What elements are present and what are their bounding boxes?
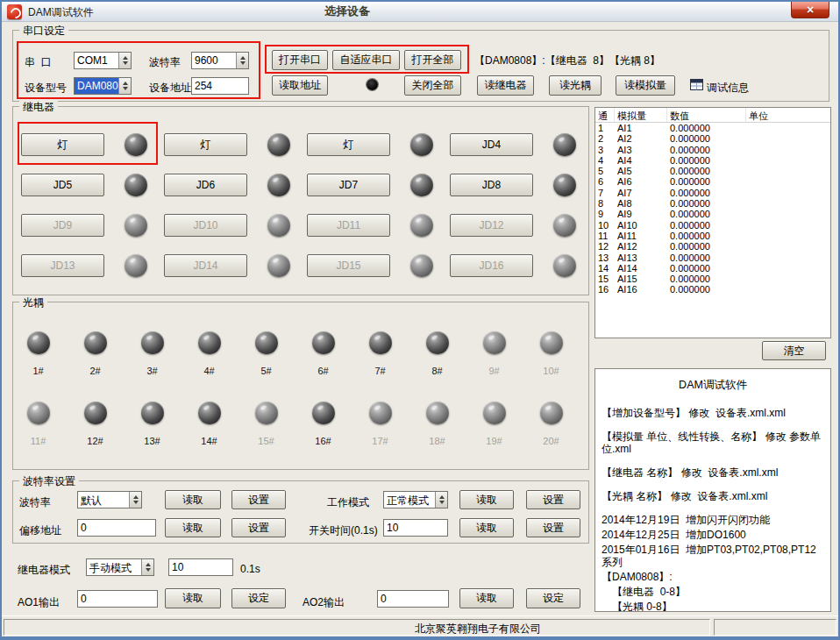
relay-button[interactable]: JD12	[450, 214, 533, 237]
ao2-set-button[interactable]: 设定	[526, 588, 580, 608]
relay-indicator-knob	[553, 133, 576, 156]
info-panel-title: DAM调试软件	[602, 378, 824, 393]
spinner-arrows-icon[interactable]	[236, 53, 248, 68]
relay-mode-time-input[interactable]	[168, 558, 233, 576]
spinner-arrows-icon[interactable]	[118, 53, 131, 68]
spinner-arrows-icon[interactable]	[435, 492, 447, 508]
analog-table-row[interactable]: 1 AI1 0.000000	[595, 123, 830, 133]
baud-read-button[interactable]: 读取	[165, 490, 221, 509]
cell-unit	[746, 252, 830, 263]
read-opto-button[interactable]: 读光耦	[549, 75, 602, 96]
relay-cell: 灯	[164, 133, 307, 174]
relay-mode-select[interactable]: 手动模式	[86, 558, 154, 576]
col-header-channel[interactable]: 通	[595, 108, 615, 122]
read-relay-button[interactable]: 读继电器	[477, 75, 534, 96]
analog-table-row[interactable]: 2 AI2 0.000000	[595, 133, 830, 144]
read-analog-button[interactable]: 读模拟量	[616, 75, 675, 96]
cell-analog-name: AI7	[615, 188, 667, 198]
analog-table-row[interactable]: 6 AI6 0.000000	[595, 176, 830, 187]
open-serial-button[interactable]: 打开串口	[272, 50, 328, 70]
relay-button[interactable]: JD11	[307, 214, 390, 237]
ao1-output-input[interactable]	[77, 590, 158, 608]
spinner-arrows-icon[interactable]	[129, 492, 141, 508]
opto-channel-label: 1#	[32, 366, 43, 376]
analog-table-row[interactable]: 7 AI7 0.000000	[595, 188, 830, 198]
work-mode-read-button[interactable]: 读取	[459, 490, 514, 509]
switch-time-set-button[interactable]: 设置	[526, 518, 580, 537]
opto-cell: 20#	[523, 402, 580, 446]
info-line-text: 【光耦 0-8】	[602, 601, 673, 612]
open-all-button[interactable]: 打开全部	[404, 50, 461, 70]
com-port-select[interactable]: COM1	[74, 52, 132, 69]
opto-cell: 18#	[409, 402, 466, 446]
switch-time-read-button[interactable]: 读取	[459, 518, 514, 537]
analog-table-row[interactable]: 15 AI15 0.000000	[595, 274, 830, 284]
analog-table-row[interactable]: 13 AI13 0.000000	[595, 252, 830, 263]
serial-port-label: 串 口	[25, 55, 52, 70]
switch-time-input[interactable]	[383, 519, 448, 537]
relay-button[interactable]: JD15	[307, 254, 390, 277]
relay-button[interactable]: 灯	[164, 133, 247, 156]
analog-table-row[interactable]: 14 AI14 0.000000	[595, 263, 830, 274]
device-address-input[interactable]	[191, 77, 249, 95]
offset-read-button[interactable]: 读取	[165, 518, 221, 537]
ao2-output-input[interactable]	[377, 590, 449, 608]
adaptive-serial-button[interactable]: 自适应串口	[332, 50, 400, 70]
analog-table-row[interactable]: 11 AI11 0.000000	[595, 231, 830, 241]
info-line-text: 【继电器 0-8】	[602, 586, 686, 598]
info-line: 【增加设备型号】 修改 设备表.xml.xml	[602, 407, 824, 419]
baud-set-button[interactable]: 设置	[231, 490, 286, 509]
analog-table-row[interactable]: 5 AI5 0.000000	[595, 166, 830, 176]
analog-table-row[interactable]: 3 AI3 0.000000	[595, 145, 830, 155]
opto-indicator-knob	[312, 331, 335, 354]
opto-indicator-knob	[255, 331, 278, 354]
info-line: 2015年01月16日 增加PT03,PT02,PT08,PT12系列	[602, 544, 824, 568]
col-header-analog[interactable]: 模拟量	[615, 108, 667, 122]
cell-analog-name: AI2	[615, 133, 667, 144]
relay-button[interactable]: JD4	[450, 133, 533, 156]
device-model-select[interactable]: DAM0808	[74, 77, 132, 95]
opto-channel-label: 12#	[87, 436, 103, 446]
spinner-arrows-icon[interactable]	[141, 559, 153, 575]
relay-button[interactable]: JD9	[21, 214, 104, 237]
device-model-label: 设备型号	[25, 81, 67, 96]
relay-button[interactable]: 灯	[21, 133, 104, 156]
relay-button[interactable]: JD7	[307, 174, 390, 196]
col-header-value[interactable]: 数值	[667, 108, 746, 122]
analog-table-row[interactable]: 16 AI16 0.000000	[595, 284, 830, 295]
relay-button[interactable]: JD13	[21, 254, 104, 277]
close-button[interactable]: ×	[791, 2, 829, 18]
relay-button[interactable]: JD5	[21, 174, 104, 196]
opto-channel-label: 16#	[315, 436, 331, 446]
relay-button[interactable]: JD6	[164, 174, 247, 196]
opto-channel-label: 15#	[258, 436, 274, 446]
col-header-unit[interactable]: 单位	[746, 108, 830, 122]
ao1-read-button[interactable]: 读取	[165, 588, 221, 608]
analog-table-row[interactable]: 4 AI4 0.000000	[595, 155, 830, 166]
close-all-button[interactable]: 关闭全部	[404, 75, 461, 96]
work-mode-set-button[interactable]: 设置	[526, 490, 580, 509]
analog-table-row[interactable]: 10 AI10 0.000000	[595, 220, 830, 231]
ao2-read-button[interactable]: 读取	[459, 588, 514, 608]
analog-table-row[interactable]: 9 AI9 0.000000	[595, 209, 830, 219]
spinner-arrows-icon[interactable]	[118, 78, 131, 94]
clear-button[interactable]: 清空	[762, 341, 826, 360]
relay-button[interactable]: JD8	[450, 174, 533, 196]
relay-cell: JD7	[307, 174, 450, 214]
opto-indicator-knob	[84, 402, 107, 424]
ao1-set-button[interactable]: 设定	[231, 588, 286, 608]
relay-button[interactable]: 灯	[307, 133, 390, 156]
offset-set-button[interactable]: 设置	[231, 518, 286, 537]
read-address-button[interactable]: 读取地址	[272, 75, 328, 96]
baud-rate-select[interactable]: 9600	[191, 52, 249, 69]
relay-button[interactable]: JD10	[164, 214, 247, 237]
analog-table-row[interactable]: 8 AI8 0.000000	[595, 198, 830, 209]
baud-setting-select[interactable]: 默认	[77, 491, 142, 508]
opto-indicator-knob	[540, 402, 563, 424]
analog-table-row[interactable]: 12 AI12 0.000000	[595, 241, 830, 252]
work-mode-select[interactable]: 正常模式	[383, 491, 448, 508]
offset-address-input[interactable]	[77, 519, 156, 537]
relay-button[interactable]: JD14	[164, 254, 247, 277]
relay-button[interactable]: JD16	[450, 254, 533, 277]
opto-cell: 1#	[10, 331, 67, 376]
